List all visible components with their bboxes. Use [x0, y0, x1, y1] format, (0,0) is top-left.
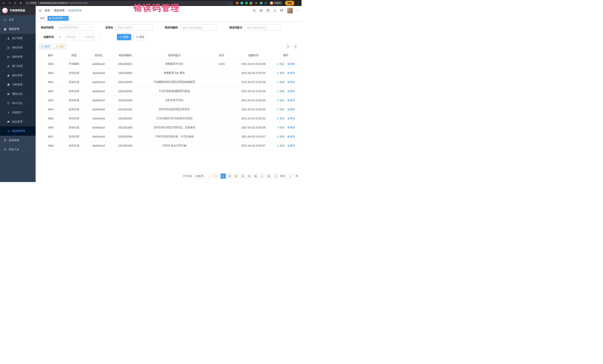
edit-link[interactable]: 修改: [277, 108, 285, 111]
cell-code: 1001000003: [112, 78, 139, 87]
sidebar-item-sms[interactable]: 短信管理: [0, 117, 36, 126]
sidebar-item-audit-log[interactable]: 审计日志: [0, 99, 36, 108]
bookmark-star-icon[interactable]: ☆: [229, 1, 232, 4]
tab-error-code[interactable]: 错误码管理×: [47, 16, 69, 21]
error-message-input[interactable]: [247, 26, 279, 29]
cell-created: 2021-04-20 23:52:56: [233, 59, 274, 69]
sidebar-item-system[interactable]: 系统管理: [0, 24, 36, 34]
tab-close-icon[interactable]: ×: [64, 17, 67, 20]
app-name-input[interactable]: [118, 26, 150, 29]
sidebar-item-dict[interactable]: 字典管理: [0, 80, 36, 89]
sidebar-item-menu[interactable]: 菜单管理: [0, 52, 36, 62]
logo[interactable]: 芋道管理系统: [0, 6, 36, 15]
refresh-table-button[interactable]: [293, 44, 298, 49]
sidebar-item-online-user[interactable]: 在线用户: [0, 108, 36, 117]
browser-back-icon[interactable]: [2, 1, 6, 5]
pager-page-4[interactable]: 4: [240, 174, 245, 179]
browser-reload-icon[interactable]: [13, 1, 17, 5]
pager-page-2[interactable]: 2: [227, 174, 232, 179]
github-icon[interactable]: [260, 9, 263, 12]
search-icon: [253, 9, 256, 12]
sidebar-item-dev-tools[interactable]: 研发工具: [0, 145, 36, 154]
user-menu-caret-icon[interactable]: [297, 10, 299, 12]
active-tab-dot: [49, 18, 51, 19]
browser-update-button[interactable]: 更新: [285, 1, 294, 5]
delete-link[interactable]: 删除: [287, 144, 295, 147]
search-icon[interactable]: [253, 9, 256, 12]
pager-next[interactable]: [273, 174, 278, 179]
font-size-icon[interactable]: tT: [280, 9, 283, 12]
edit-link[interactable]: 修改: [277, 144, 285, 147]
edit-link[interactable]: 修改: [277, 71, 285, 75]
fullscreen-icon[interactable]: [273, 9, 277, 12]
sidebar-item-post[interactable]: 岗位管理: [0, 71, 36, 80]
hamburger-icon[interactable]: [39, 9, 42, 12]
cell-id: 3944: [39, 105, 62, 114]
edit-link[interactable]: 修改: [277, 126, 285, 129]
delete-link[interactable]: 删除: [287, 117, 295, 120]
error-type-select[interactable]: 请选择错误码类型: [56, 24, 93, 31]
delete-link[interactable]: 删除: [287, 135, 295, 138]
reset-button[interactable]: 重置: [133, 34, 147, 40]
online-icon: [7, 111, 10, 114]
sidebar-item-infra[interactable]: 基础设施: [0, 136, 36, 145]
pager-page-5[interactable]: 5: [247, 174, 252, 179]
page-size-select[interactable]: 10条/页: [194, 174, 212, 179]
column-header: 备注: [210, 52, 233, 59]
edit-link[interactable]: 修改: [277, 135, 285, 138]
breadcrumb-item[interactable]: 首页: [45, 9, 50, 12]
delete-link[interactable]: 删除: [287, 108, 295, 111]
tab-home[interactable]: 首页: [38, 16, 46, 21]
sidebar-item-home[interactable]: 首页: [0, 15, 36, 24]
delete-link[interactable]: 删除: [287, 80, 295, 84]
sidebar-item-user[interactable]: 用户管理: [0, 34, 36, 43]
url-divider: |: [38, 2, 38, 4]
delete-link[interactable]: 删除: [287, 99, 295, 102]
extension-icon[interactable]: [260, 2, 263, 4]
address-bar[interactable]: ▲ 不安全 | dashboard.yudao.iocoder.cn /syst…: [24, 1, 234, 5]
pager-more[interactable]: ···: [260, 174, 265, 179]
toggle-search-button[interactable]: [285, 44, 291, 49]
delete-link[interactable]: 删除: [287, 89, 295, 93]
browser-home-icon[interactable]: [19, 1, 22, 5]
browser-menu-icon[interactable]: ⋮: [297, 1, 299, 5]
help-icon[interactable]: ?: [267, 9, 270, 12]
extension-icon[interactable]: [241, 2, 243, 4]
sidebar-item-dept[interactable]: 部门管理: [0, 62, 36, 71]
browser-forward-icon[interactable]: [8, 1, 11, 5]
browser-profile-chip[interactable]: 已暂停: [269, 1, 283, 5]
edit-link[interactable]: 修改: [277, 62, 285, 66]
delete-link[interactable]: 删除: [287, 126, 295, 129]
pager-page-3[interactable]: 3: [234, 174, 239, 179]
pager-page-8[interactable]: 8: [266, 174, 271, 179]
breadcrumb-item: 错误码管理: [69, 9, 81, 12]
search-button[interactable]: 搜索: [117, 34, 131, 40]
error-code-input[interactable]: [182, 26, 215, 29]
add-button[interactable]: 新增: [39, 44, 52, 49]
extensions-puzzle-icon[interactable]: [264, 2, 267, 4]
delete-link[interactable]: 删除: [287, 71, 295, 75]
user-avatar[interactable]: [287, 8, 293, 13]
arrow-left-icon: [3, 2, 5, 4]
sidebar-item-notice[interactable]: 通知公告: [0, 89, 36, 99]
extension-icon[interactable]: [236, 2, 239, 4]
export-button[interactable]: 导出: [54, 44, 66, 49]
edit-link[interactable]: 修改: [277, 89, 285, 93]
cell-actions: 修改删除: [274, 59, 298, 69]
edit-link[interactable]: 修改: [277, 80, 285, 84]
extension-icon[interactable]: [245, 2, 248, 4]
pager-page-6[interactable]: 6: [253, 174, 258, 179]
breadcrumb-item[interactable]: 系统管理: [54, 9, 64, 12]
sidebar-item-role[interactable]: 角色管理: [0, 43, 36, 52]
edit-link[interactable]: 修改: [277, 99, 285, 102]
sidebar-item-error-code[interactable]: 错误码管理: [0, 126, 36, 136]
delete-link[interactable]: 删除: [287, 62, 295, 66]
edit-link[interactable]: 修改: [277, 117, 285, 120]
create-time-range-picker[interactable]: 开始日期 - 结束日期: [56, 34, 100, 40]
extension-icon[interactable]: [254, 2, 258, 4]
chevron-up-icon: [31, 28, 33, 30]
extension-icon[interactable]: [250, 2, 253, 4]
pager-prev[interactable]: [214, 174, 219, 179]
goto-page-input[interactable]: [286, 174, 294, 178]
pager-page-1[interactable]: 1: [220, 174, 226, 179]
